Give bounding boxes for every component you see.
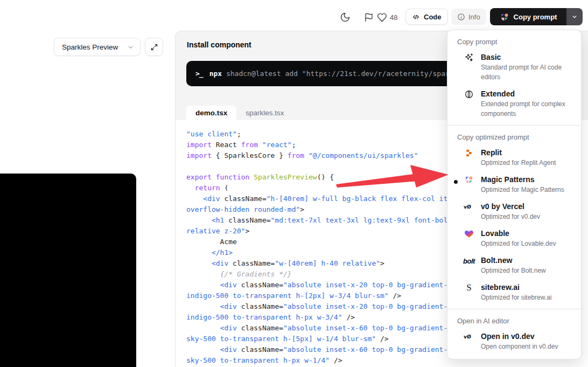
- menu-item-sitebrew-ai[interactable]: Ssitebrew.aiOptimized for sitebrew.ai: [447, 279, 581, 306]
- menu-item-description: Optimized for Lovable.dev: [481, 239, 556, 248]
- copy-prompt-label: Copy prompt: [514, 13, 557, 21]
- copy-prompt-dropdown-menu: Copy promptBasicStandard prompt for AI c…: [447, 30, 582, 359]
- info-button-label: Info: [468, 13, 480, 21]
- info-button[interactable]: Info: [451, 9, 486, 25]
- menu-item-title: Extended: [481, 88, 573, 99]
- menu-section-label: Copy optimized prompt: [447, 129, 581, 144]
- tab-demo-tsx[interactable]: demo.tsx: [186, 106, 236, 120]
- magic-patterns-logo: [464, 175, 474, 185]
- sitebrew-logo: S: [464, 282, 474, 293]
- heart-icon: [377, 12, 387, 23]
- menu-item-magic-patterns[interactable]: Magic PatternsOptimized for Magic Patter…: [447, 171, 581, 198]
- copy-prompt-button[interactable]: Copy prompt: [490, 8, 566, 25]
- fullscreen-button[interactable]: [145, 38, 163, 56]
- menu-item-open-in-v0-dev[interactable]: vØOpen in v0.devOpen component in v0.dev: [447, 328, 581, 355]
- menu-item-title: Open in v0.dev: [481, 331, 558, 342]
- component-preview-canvas: [0, 174, 136, 367]
- menu-section-label: Copy prompt: [447, 33, 581, 49]
- menu-item-title: Basic: [481, 52, 573, 63]
- report-flag-button[interactable]: [362, 10, 376, 24]
- terminal-prompt-icon: >_: [195, 70, 203, 78]
- menu-item-v0-by-vercel[interactable]: vØv0 by VercelOptimized for v0.dev: [447, 198, 581, 225]
- menu-item-title: Magic Patterns: [481, 174, 564, 185]
- install-component-title: Install component: [187, 40, 251, 49]
- info-icon: [457, 13, 465, 21]
- brain-circuit-icon: [464, 89, 474, 100]
- menu-section-label: Open in AI editor: [447, 313, 581, 328]
- menu-item-title: Bolt.new: [481, 255, 546, 266]
- menu-item-basic[interactable]: BasicStandard prompt for AI code editors: [447, 49, 581, 85]
- preview-selector[interactable]: Sparkles Preview: [54, 38, 141, 56]
- like-count: 48: [390, 13, 397, 22]
- magic-patterns-logo: [500, 12, 509, 22]
- menu-item-title: sitebrew.ai: [481, 282, 551, 293]
- chevron-down-icon: [571, 13, 578, 20]
- menu-item-title: v0 by Vercel: [481, 201, 540, 212]
- lovable-logo: [464, 228, 474, 239]
- svg-text:vØ: vØ: [464, 334, 471, 340]
- install-command: npx shadcn@latest add "https://21st.dev/…: [209, 70, 471, 78]
- code-button[interactable]: Code: [405, 9, 448, 25]
- menu-item-title: Lovable: [481, 228, 556, 239]
- menu-item-description: Optimized for Bolt.new: [481, 266, 546, 275]
- menu-divider: [447, 125, 581, 126]
- menu-item-lovable[interactable]: LovableOptimized for Lovable.dev: [447, 225, 581, 252]
- annotation-dot: [454, 180, 458, 184]
- moon-icon: [340, 12, 351, 23]
- bolt-logo: bolt: [464, 255, 474, 266]
- expand-icon: [150, 43, 158, 51]
- svg-text:vØ: vØ: [464, 204, 471, 210]
- menu-item-description: Extended prompt for complex components: [481, 99, 573, 119]
- copy-prompt-split-button: Copy prompt: [490, 8, 583, 25]
- preview-selector-value: Sparkles Preview: [62, 43, 118, 51]
- replit-logo: [464, 148, 474, 158]
- theme-toggle-button[interactable]: [338, 10, 352, 24]
- menu-item-extended[interactable]: ExtendedExtended prompt for complex comp…: [447, 85, 581, 122]
- code-tabs: demo.tsxsparkles.tsx: [186, 106, 293, 120]
- menu-item-description: Optimized for sitebrew.ai: [481, 293, 551, 302]
- menu-item-description: Open component in v0.dev: [481, 342, 558, 351]
- chevron-down-icon: [127, 43, 135, 51]
- menu-item-description: Standard prompt for AI code editors: [481, 63, 573, 82]
- tab-sparkles-tsx[interactable]: sparkles.tsx: [236, 106, 293, 120]
- menu-item-title: Replit: [481, 147, 556, 158]
- code-brackets-icon: [412, 13, 420, 21]
- v0-logo: vØ: [464, 202, 474, 212]
- menu-item-replit[interactable]: ReplitOptimized for Replit Agent: [447, 144, 581, 171]
- code-button-label: Code: [424, 13, 442, 21]
- v0-logo: vØ: [464, 331, 474, 342]
- menu-item-bolt-new[interactable]: boltBolt.newOptimized for Bolt.new: [447, 252, 581, 279]
- flag-icon: [364, 12, 374, 22]
- menu-item-description: Optimized for Replit Agent: [481, 158, 556, 168]
- copy-prompt-dropdown-toggle[interactable]: [566, 8, 583, 25]
- sparkles-icon: [464, 52, 474, 63]
- menu-item-description: Optimized for Magic Patterns: [481, 185, 564, 195]
- menu-item-description: Optimized for v0.dev: [481, 212, 540, 221]
- like-button[interactable]: 48: [377, 10, 397, 24]
- menu-divider: [447, 309, 581, 309]
